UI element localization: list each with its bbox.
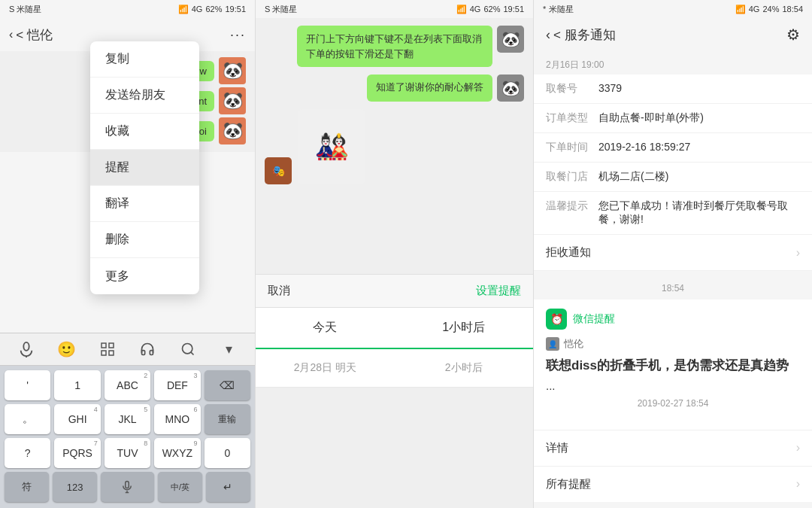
menu-item-send-to-friend[interactable]: 发送给朋友 (90, 78, 199, 114)
wechat-notification-card: ⏰ 微信提醒 👤 恺伦 联想diss的折叠手机，是伪需求还是真趋势 ... 20… (534, 300, 812, 430)
clock: 19:51 (225, 5, 246, 14)
svg-rect-2 (102, 343, 106, 348)
key-jkl[interactable]: 5 JKL (105, 404, 150, 434)
more-button[interactable]: ··· (230, 27, 246, 43)
wifi-icon: 📶 (178, 5, 189, 14)
right-signal: 4G (749, 5, 760, 14)
svg-point-0 (23, 342, 29, 351)
key-question[interactable]: ? (5, 438, 50, 468)
avatar-2: 🐼 (219, 87, 246, 114)
right-bluetooth-icon: * (543, 5, 546, 14)
nav-contact-name: < 恺伦 (16, 26, 53, 44)
cancel-button[interactable]: 取消 (268, 284, 290, 298)
menu-item-more[interactable]: 更多 (90, 258, 199, 294)
dropdown-icon[interactable]: ▾ (218, 339, 239, 360)
mid-msg-bubble-2: 知道了谢谢你的耐心解答 (367, 75, 492, 102)
reminder-today-label: 今天 (256, 320, 395, 336)
right-nav-title: < 服务通知 (553, 26, 616, 44)
menu-item-reminder[interactable]: 提醒 (90, 150, 199, 186)
svg-rect-3 (109, 343, 114, 348)
settings-icon[interactable]: ⚙ (786, 26, 800, 44)
order-type-label: 订单类型 (546, 111, 598, 125)
search-icon[interactable] (177, 339, 198, 360)
wechat-notif-ellipsis: ... (546, 379, 800, 392)
key-123[interactable]: 123 (53, 472, 97, 502)
order-time-label: 下单时间 (546, 141, 598, 154)
notif-from-row: 👤 恺伦 (546, 337, 800, 351)
left-status-carrier: S 米随星 (9, 4, 41, 15)
right-time: 18:54 (782, 5, 803, 14)
key-row-3: ? 7 PQRS 8 TUV 9 WXYZ 0 (0, 434, 255, 468)
pickup-store-label: 取餐门店 (546, 170, 598, 184)
right-divider-1 (534, 271, 812, 277)
right-back-button[interactable]: ‹ < 服务通知 (546, 26, 616, 44)
audio-icon[interactable] (137, 339, 158, 360)
right-scroll-area[interactable]: 2月16日 19:00 取餐号 3379 订单类型 自助点餐-即时单(外带) 下… (534, 51, 812, 508)
all-reminders-label: 所有提醒 (546, 477, 591, 491)
svg-rect-4 (102, 351, 106, 355)
reminder-option-1hour[interactable]: 1小时后 (395, 308, 534, 349)
keyboard-toolbar: 🙂 (0, 333, 255, 366)
key-tuv[interactable]: 8 TUV (105, 438, 150, 468)
service-timestamp-top: 2月16日 19:00 (534, 51, 812, 75)
carrier-icon: S 米随星 (9, 4, 41, 15)
key-pqrs[interactable]: 7 PQRS (54, 438, 100, 468)
key-enter[interactable]: ↵ (206, 472, 250, 502)
menu-item-translate[interactable]: 翻译 (90, 186, 199, 222)
right-nav: ‹ < 服务通知 ⚙ (534, 18, 812, 51)
key-row-1: ' 1 2 ABC 3 DEF ⌫ (0, 366, 255, 400)
reminder-option-today[interactable]: 今天 (256, 308, 395, 349)
key-reset[interactable]: 重输 (205, 404, 250, 434)
order-num-label: 取餐号 (546, 82, 598, 96)
grid-icon[interactable] (97, 339, 118, 360)
order-time-value: 2019-2-16 18:59:27 (598, 141, 800, 153)
wechat-notif-headline: 联想diss的折叠手机，是伪需求还是真趋势 (546, 357, 800, 375)
svg-line-7 (191, 352, 194, 355)
left-panel: S 米随星 📶 4G 62% 19:51 ‹ < 恺伦 ··· bview 🐼 (0, 0, 256, 508)
mid-timestamp: 18:54 (534, 277, 812, 300)
menu-item-delete[interactable]: 删除 (90, 222, 199, 258)
key-bottom-row: 符 123 中/英 ↵ (0, 468, 255, 508)
key-ghi[interactable]: 4 GHI (54, 404, 100, 434)
all-reminders-chevron-icon: › (796, 477, 800, 491)
mid-msg-bubble-1: 开门上下方向键下键不是在列表下面取消下单的按钮下滑还是下翻 (297, 26, 492, 67)
reminder-option-tomorrow[interactable]: 2月28日 明天 (256, 349, 395, 388)
key-period[interactable]: 。 (5, 404, 50, 434)
mid-bottom-bar: 取消 设置提醒 (256, 274, 533, 307)
voice-input-icon[interactable] (16, 339, 37, 360)
emoji-icon[interactable]: 🙂 (56, 339, 77, 360)
reminder-tomorrow-label: 2月28日 明天 (256, 361, 395, 375)
key-mno[interactable]: 6 MNO (154, 404, 200, 434)
order-num-value: 3379 (598, 82, 800, 94)
wechat-notif-date: 2019-02-27 18:54 (546, 398, 800, 409)
detail-label: 详情 (546, 441, 568, 455)
mid-battery: 62% (483, 5, 500, 14)
wechat-notif-header: ⏰ 微信提醒 (546, 309, 800, 330)
right-carrier: 米随星 (549, 4, 574, 15)
mid-msg-row-1: 开门上下方向键下键不是在列表下面取消下单的按钮下滑还是下翻 🐼 (265, 26, 524, 67)
key-chinese-english[interactable]: 中/英 (158, 472, 202, 502)
avatar-3: 🐼 (219, 117, 246, 144)
right-status-right: 📶 4G 24% 18:54 (735, 5, 803, 14)
back-button[interactable]: ‹ < 恺伦 (9, 26, 53, 44)
detail-row[interactable]: 详情 › (534, 430, 812, 466)
wechat-notif-title-label: 微信提醒 (573, 312, 615, 326)
key-wxyz[interactable]: 9 WXYZ (154, 438, 200, 468)
refuse-notification-row[interactable]: 拒收通知 › (534, 235, 812, 271)
menu-item-collect[interactable]: 收藏 (90, 114, 199, 150)
key-0[interactable]: 0 (205, 438, 250, 468)
key-apostrophe[interactable]: ' (5, 370, 50, 400)
right-back-arrow: ‹ (546, 27, 550, 43)
key-fu[interactable]: 符 (5, 472, 49, 502)
key-def[interactable]: 3 DEF (154, 370, 200, 400)
menu-item-copy[interactable]: 复制 (90, 41, 199, 78)
info-row-order-num: 取餐号 3379 (534, 75, 812, 104)
info-row-reminder: 温馨提示 您已下单成功！请准时到餐厅凭取餐号取餐，谢谢! (534, 192, 812, 235)
key-microphone[interactable] (101, 472, 154, 502)
key-backspace[interactable]: ⌫ (205, 370, 250, 400)
set-reminder-button[interactable]: 设置提醒 (476, 284, 521, 298)
all-reminders-row[interactable]: 所有提醒 › (534, 466, 812, 502)
key-1[interactable]: 1 (54, 370, 100, 400)
reminder-option-2hours[interactable]: 2小时后 (395, 349, 534, 388)
key-abc[interactable]: 2 ABC (105, 370, 150, 400)
